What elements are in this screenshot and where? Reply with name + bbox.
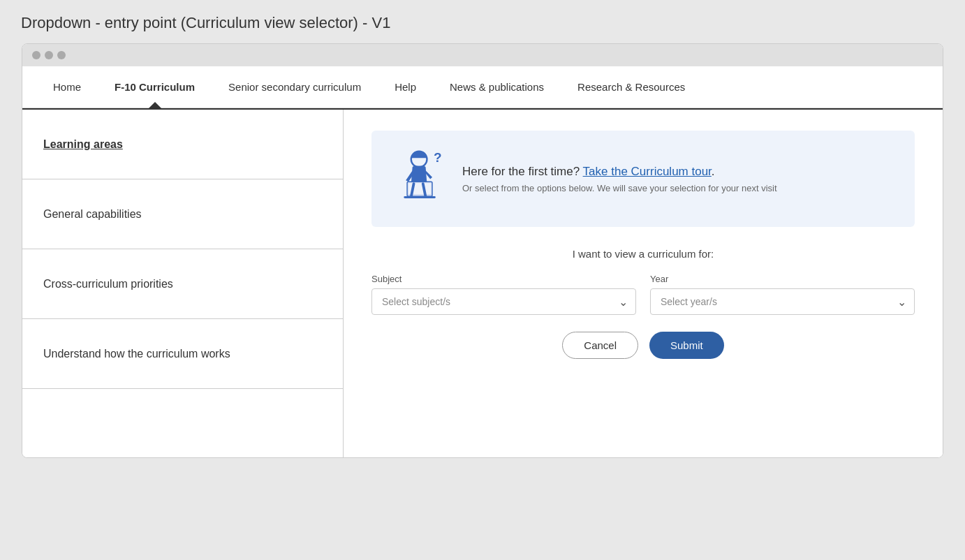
nav-item-f10[interactable]: F-10 Curriculum — [112, 66, 198, 108]
subject-label: Subject — [371, 274, 636, 284]
menu-item-learning-areas[interactable]: Learning areas — [22, 110, 343, 179]
nav-item-home[interactable]: Home — [50, 66, 84, 108]
welcome-text: Here for the first time? Take the Curric… — [462, 165, 777, 193]
svg-text:?: ? — [434, 150, 442, 165]
cancel-button[interactable]: Cancel — [562, 332, 638, 359]
year-label: Year — [650, 274, 915, 284]
browser-dot-1 — [32, 51, 40, 59]
form-row: Subject Select subject/s ⌄ Year Sele — [371, 274, 915, 315]
subject-select[interactable]: Select subject/s — [371, 288, 636, 315]
welcome-heading: Here for the first time? Take the Curric… — [462, 165, 777, 179]
submit-button[interactable]: Submit — [649, 332, 724, 359]
welcome-subtext: Or select from the options below. We wil… — [462, 183, 777, 193]
button-row: Cancel Submit — [371, 332, 915, 359]
browser-dot-3 — [57, 51, 66, 59]
illustration-icon: ? — [392, 147, 448, 210]
browser-content: Home F-10 Curriculum Senior secondary cu… — [22, 66, 943, 457]
nav-item-help[interactable]: Help — [392, 66, 419, 108]
nav-item-senior[interactable]: Senior secondary curriculum — [226, 66, 364, 108]
subject-select-wrapper: Select subject/s ⌄ — [371, 288, 636, 315]
left-menu: Learning areas General capabilities Cros… — [22, 110, 344, 457]
menu-item-cross-curriculum[interactable]: Cross-curriculum priorities — [22, 249, 343, 319]
navbar: Home F-10 Curriculum Senior secondary cu… — [22, 66, 943, 108]
page-title: Dropdown - entry point (Curriculum view … — [14, 14, 390, 32]
svg-rect-3 — [404, 196, 435, 198]
right-panel: ? Here for the first time? Take the Curr… — [344, 110, 943, 457]
year-select-wrapper: Select year/s ⌄ — [650, 288, 915, 315]
browser-dot-2 — [45, 51, 53, 59]
menu-item-general-capabilities[interactable]: General capabilities — [22, 179, 343, 249]
year-select[interactable]: Select year/s — [650, 288, 915, 315]
welcome-banner: ? Here for the first time? Take the Curr… — [371, 131, 915, 227]
curriculum-tour-link[interactable]: Take the Curriculum tour — [583, 165, 712, 178]
form-title: I want to view a curriculum for: — [371, 248, 915, 260]
nav-item-research[interactable]: Research & Resources — [575, 66, 688, 108]
dropdown-panel: Learning areas General capabilities Cros… — [22, 108, 943, 457]
browser-chrome — [22, 44, 943, 66]
browser-window: Home F-10 Curriculum Senior secondary cu… — [22, 43, 943, 458]
nav-item-news[interactable]: News & publications — [447, 66, 547, 108]
year-group: Year Select year/s ⌄ — [650, 274, 915, 315]
menu-item-understand[interactable]: Understand how the curriculum works — [22, 319, 343, 389]
subject-group: Subject Select subject/s ⌄ — [371, 274, 636, 315]
